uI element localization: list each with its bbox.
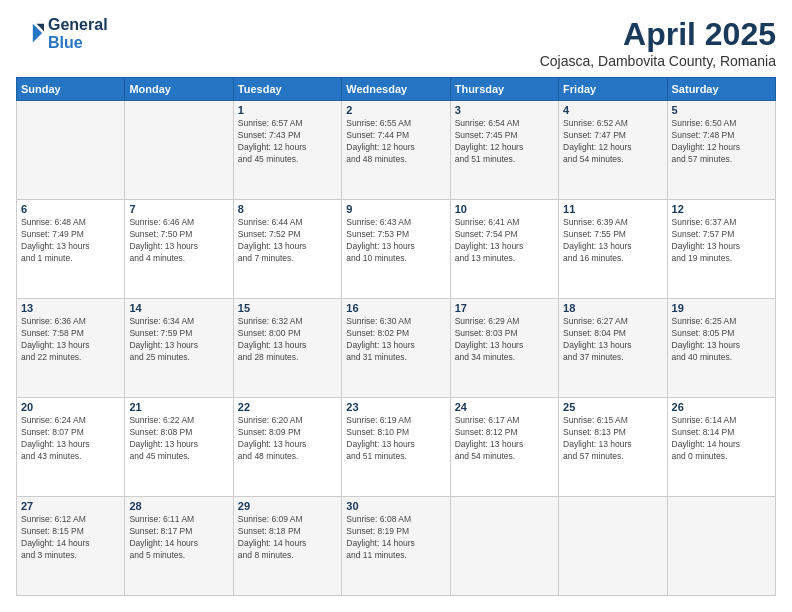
day-detail: Sunrise: 6:41 AM Sunset: 7:54 PM Dayligh… — [455, 217, 554, 265]
weekday-header: Thursday — [450, 78, 558, 101]
day-number: 26 — [672, 401, 771, 413]
logo: General Blue — [16, 16, 108, 52]
calendar-cell: 29Sunrise: 6:09 AM Sunset: 8:18 PM Dayli… — [233, 497, 341, 596]
calendar-cell: 24Sunrise: 6:17 AM Sunset: 8:12 PM Dayli… — [450, 398, 558, 497]
calendar-header: SundayMondayTuesdayWednesdayThursdayFrid… — [17, 78, 776, 101]
day-number: 21 — [129, 401, 228, 413]
weekday-header: Tuesday — [233, 78, 341, 101]
day-number: 16 — [346, 302, 445, 314]
day-detail: Sunrise: 6:48 AM Sunset: 7:49 PM Dayligh… — [21, 217, 120, 265]
day-number: 24 — [455, 401, 554, 413]
day-detail: Sunrise: 6:25 AM Sunset: 8:05 PM Dayligh… — [672, 316, 771, 364]
day-number: 19 — [672, 302, 771, 314]
calendar-week-row: 6Sunrise: 6:48 AM Sunset: 7:49 PM Daylig… — [17, 200, 776, 299]
day-number: 22 — [238, 401, 337, 413]
day-detail: Sunrise: 6:54 AM Sunset: 7:45 PM Dayligh… — [455, 118, 554, 166]
day-number: 6 — [21, 203, 120, 215]
day-number: 12 — [672, 203, 771, 215]
calendar-cell: 2Sunrise: 6:55 AM Sunset: 7:44 PM Daylig… — [342, 101, 450, 200]
day-detail: Sunrise: 6:19 AM Sunset: 8:10 PM Dayligh… — [346, 415, 445, 463]
calendar-cell: 10Sunrise: 6:41 AM Sunset: 7:54 PM Dayli… — [450, 200, 558, 299]
day-number: 29 — [238, 500, 337, 512]
calendar-cell: 5Sunrise: 6:50 AM Sunset: 7:48 PM Daylig… — [667, 101, 775, 200]
calendar-cell: 21Sunrise: 6:22 AM Sunset: 8:08 PM Dayli… — [125, 398, 233, 497]
calendar-cell: 1Sunrise: 6:57 AM Sunset: 7:43 PM Daylig… — [233, 101, 341, 200]
calendar-cell: 8Sunrise: 6:44 AM Sunset: 7:52 PM Daylig… — [233, 200, 341, 299]
day-number: 28 — [129, 500, 228, 512]
day-detail: Sunrise: 6:34 AM Sunset: 7:59 PM Dayligh… — [129, 316, 228, 364]
header-row: SundayMondayTuesdayWednesdayThursdayFrid… — [17, 78, 776, 101]
day-detail: Sunrise: 6:12 AM Sunset: 8:15 PM Dayligh… — [21, 514, 120, 562]
logo-text: General Blue — [48, 16, 108, 52]
calendar-cell: 30Sunrise: 6:08 AM Sunset: 8:19 PM Dayli… — [342, 497, 450, 596]
calendar-cell: 17Sunrise: 6:29 AM Sunset: 8:03 PM Dayli… — [450, 299, 558, 398]
day-detail: Sunrise: 6:08 AM Sunset: 8:19 PM Dayligh… — [346, 514, 445, 562]
day-number: 18 — [563, 302, 662, 314]
calendar-cell: 27Sunrise: 6:12 AM Sunset: 8:15 PM Dayli… — [17, 497, 125, 596]
calendar-cell: 16Sunrise: 6:30 AM Sunset: 8:02 PM Dayli… — [342, 299, 450, 398]
calendar-week-row: 1Sunrise: 6:57 AM Sunset: 7:43 PM Daylig… — [17, 101, 776, 200]
day-number: 25 — [563, 401, 662, 413]
calendar-cell: 22Sunrise: 6:20 AM Sunset: 8:09 PM Dayli… — [233, 398, 341, 497]
calendar-cell — [450, 497, 558, 596]
day-number: 4 — [563, 104, 662, 116]
day-detail: Sunrise: 6:17 AM Sunset: 8:12 PM Dayligh… — [455, 415, 554, 463]
day-detail: Sunrise: 6:11 AM Sunset: 8:17 PM Dayligh… — [129, 514, 228, 562]
day-detail: Sunrise: 6:22 AM Sunset: 8:08 PM Dayligh… — [129, 415, 228, 463]
day-detail: Sunrise: 6:39 AM Sunset: 7:55 PM Dayligh… — [563, 217, 662, 265]
day-number: 17 — [455, 302, 554, 314]
day-detail: Sunrise: 6:57 AM Sunset: 7:43 PM Dayligh… — [238, 118, 337, 166]
day-detail: Sunrise: 6:27 AM Sunset: 8:04 PM Dayligh… — [563, 316, 662, 364]
day-detail: Sunrise: 6:55 AM Sunset: 7:44 PM Dayligh… — [346, 118, 445, 166]
day-number: 5 — [672, 104, 771, 116]
calendar-cell — [559, 497, 667, 596]
weekday-header: Saturday — [667, 78, 775, 101]
day-detail: Sunrise: 6:37 AM Sunset: 7:57 PM Dayligh… — [672, 217, 771, 265]
day-detail: Sunrise: 6:44 AM Sunset: 7:52 PM Dayligh… — [238, 217, 337, 265]
day-number: 3 — [455, 104, 554, 116]
day-number: 13 — [21, 302, 120, 314]
weekday-header: Sunday — [17, 78, 125, 101]
day-number: 1 — [238, 104, 337, 116]
day-detail: Sunrise: 6:29 AM Sunset: 8:03 PM Dayligh… — [455, 316, 554, 364]
day-number: 15 — [238, 302, 337, 314]
day-detail: Sunrise: 6:36 AM Sunset: 7:58 PM Dayligh… — [21, 316, 120, 364]
calendar-cell: 4Sunrise: 6:52 AM Sunset: 7:47 PM Daylig… — [559, 101, 667, 200]
calendar-cell: 18Sunrise: 6:27 AM Sunset: 8:04 PM Dayli… — [559, 299, 667, 398]
calendar-cell — [17, 101, 125, 200]
day-number: 23 — [346, 401, 445, 413]
day-number: 9 — [346, 203, 445, 215]
day-number: 7 — [129, 203, 228, 215]
header: General Blue April 2025 Cojasca, Dambovi… — [16, 16, 776, 69]
calendar-body: 1Sunrise: 6:57 AM Sunset: 7:43 PM Daylig… — [17, 101, 776, 596]
calendar-cell: 20Sunrise: 6:24 AM Sunset: 8:07 PM Dayli… — [17, 398, 125, 497]
day-detail: Sunrise: 6:30 AM Sunset: 8:02 PM Dayligh… — [346, 316, 445, 364]
day-number: 11 — [563, 203, 662, 215]
calendar-week-row: 20Sunrise: 6:24 AM Sunset: 8:07 PM Dayli… — [17, 398, 776, 497]
calendar-cell: 25Sunrise: 6:15 AM Sunset: 8:13 PM Dayli… — [559, 398, 667, 497]
calendar-cell: 9Sunrise: 6:43 AM Sunset: 7:53 PM Daylig… — [342, 200, 450, 299]
logo-icon — [16, 20, 44, 48]
day-number: 8 — [238, 203, 337, 215]
day-detail: Sunrise: 6:09 AM Sunset: 8:18 PM Dayligh… — [238, 514, 337, 562]
calendar-cell: 6Sunrise: 6:48 AM Sunset: 7:49 PM Daylig… — [17, 200, 125, 299]
title-block: April 2025 Cojasca, Dambovita County, Ro… — [540, 16, 776, 69]
location-subtitle: Cojasca, Dambovita County, Romania — [540, 53, 776, 69]
day-number: 2 — [346, 104, 445, 116]
calendar-cell: 12Sunrise: 6:37 AM Sunset: 7:57 PM Dayli… — [667, 200, 775, 299]
day-number: 14 — [129, 302, 228, 314]
day-detail: Sunrise: 6:14 AM Sunset: 8:14 PM Dayligh… — [672, 415, 771, 463]
day-number: 27 — [21, 500, 120, 512]
month-title: April 2025 — [540, 16, 776, 53]
weekday-header: Wednesday — [342, 78, 450, 101]
day-number: 30 — [346, 500, 445, 512]
calendar-cell: 14Sunrise: 6:34 AM Sunset: 7:59 PM Dayli… — [125, 299, 233, 398]
calendar-cell — [667, 497, 775, 596]
calendar-cell: 7Sunrise: 6:46 AM Sunset: 7:50 PM Daylig… — [125, 200, 233, 299]
day-detail: Sunrise: 6:43 AM Sunset: 7:53 PM Dayligh… — [346, 217, 445, 265]
calendar-cell: 26Sunrise: 6:14 AM Sunset: 8:14 PM Dayli… — [667, 398, 775, 497]
weekday-header: Monday — [125, 78, 233, 101]
calendar-cell — [125, 101, 233, 200]
calendar-cell: 23Sunrise: 6:19 AM Sunset: 8:10 PM Dayli… — [342, 398, 450, 497]
calendar-week-row: 27Sunrise: 6:12 AM Sunset: 8:15 PM Dayli… — [17, 497, 776, 596]
